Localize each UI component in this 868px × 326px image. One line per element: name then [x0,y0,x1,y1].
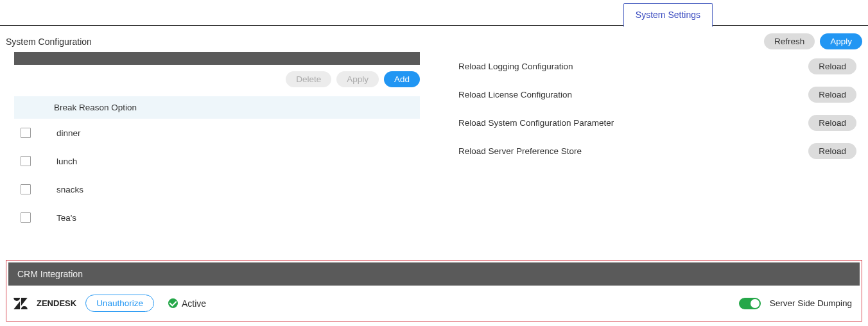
checkbox-teas[interactable] [21,212,31,223]
break-reason-column-header: Break Reason Option [14,96,420,119]
main-content: Delete Apply Add Break Reason Option din… [0,52,868,232]
panel-header-bar [14,52,420,65]
break-reason-actions: Delete Apply Add [14,65,420,96]
reload-row-server-pref: Reload Server Preference Store Reload [458,137,856,165]
list-item: snacks [14,175,420,203]
tab-system-settings[interactable]: System Settings [623,3,713,27]
crm-status-label: Active [182,298,206,309]
reload-logging-button[interactable]: Reload [808,58,856,74]
unauthorize-button[interactable]: Unauthorize [85,295,154,312]
delete-button[interactable]: Delete [286,71,331,87]
top-bar: System Settings [0,0,868,26]
refresh-button[interactable]: Refresh [764,33,815,49]
list-item: dinner [14,119,420,147]
reload-server-pref-button[interactable]: Reload [808,143,856,159]
reload-row-system-param: Reload System Configuration Parameter Re… [458,108,856,137]
server-side-dumping-label: Server Side Dumping [770,298,852,308]
break-label: Tea's [56,213,76,223]
break-reason-list: dinner lunch snacks Tea's [14,119,420,232]
reload-row-logging: Reload Logging Configuration Reload [458,52,856,80]
status-active-icon [168,298,178,308]
checkbox-lunch[interactable] [21,156,31,166]
zendesk-icon [13,298,28,309]
reload-row-license: Reload License Configuration Reload [458,80,856,108]
reload-label: Reload Server Preference Store [458,146,582,156]
reload-panel: Reload Logging Configuration Reload Relo… [446,52,862,165]
page-title: System Configuration [6,37,92,47]
crm-section-title: CRM Integration [8,262,860,286]
break-label: lunch [56,157,77,166]
add-button[interactable]: Add [384,71,420,87]
page-header: System Configuration Refresh Apply [0,26,868,52]
checkbox-snacks[interactable] [21,184,31,194]
break-label: snacks [56,185,83,194]
reload-label: Reload Logging Configuration [458,62,573,71]
list-item: lunch [14,147,420,175]
crm-body: ZENDESK Unauthorize Active Server Side D… [8,286,860,314]
crm-provider-label: ZENDESK [37,298,76,308]
reload-label: Reload License Configuration [458,90,572,99]
header-buttons: Refresh Apply [764,33,862,49]
reload-label: Reload System Configuration Parameter [458,118,614,128]
crm-integration-section: CRM Integration ZENDESK Unauthorize Acti… [6,260,862,322]
apply-break-button[interactable]: Apply [336,71,379,87]
reload-system-param-button[interactable]: Reload [808,115,856,131]
break-label: dinner [56,128,81,138]
server-side-dumping-toggle[interactable] [739,298,761,309]
reload-license-button[interactable]: Reload [808,87,856,103]
apply-button[interactable]: Apply [820,33,862,49]
list-item: Tea's [14,203,420,232]
crm-status: Active [168,298,206,309]
checkbox-dinner[interactable] [21,128,31,138]
break-reason-panel: Delete Apply Add Break Reason Option din… [14,52,420,232]
